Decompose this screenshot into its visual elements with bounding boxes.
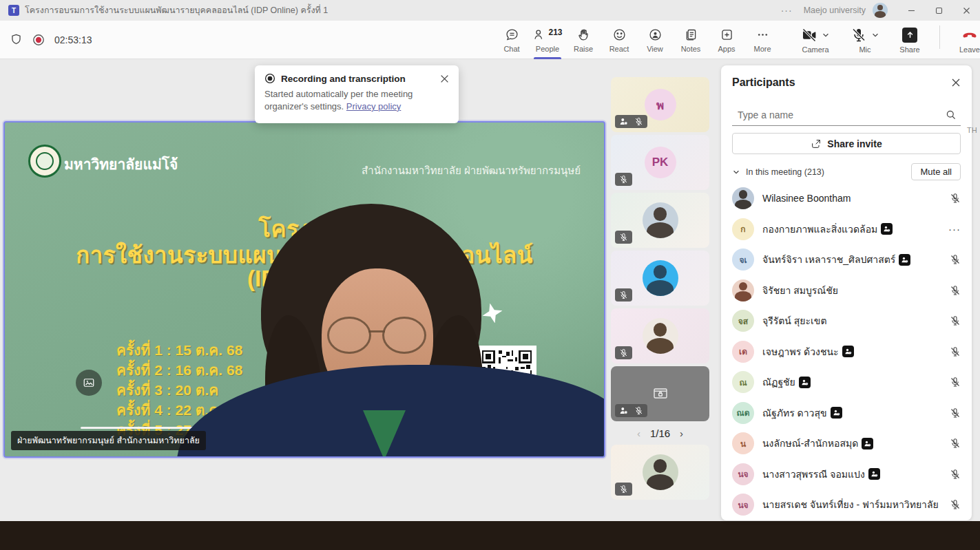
windows-taskbar: 5 Search T 1 [0,521,980,550]
video-tile[interactable]: ! [611,193,709,248]
camera-options-chevron-icon[interactable] [822,31,830,39]
react-button[interactable]: React [601,21,637,59]
section-chevron-icon[interactable] [732,168,740,176]
toast-close-icon[interactable] [440,74,449,83]
search-input[interactable] [738,109,946,120]
presenter-glasses-right [382,317,426,354]
toolbar-divider [939,25,940,49]
mic-options-chevron-icon[interactable] [871,31,879,39]
apps-button[interactable]: Apps [709,21,744,59]
participant-search[interactable] [732,104,961,126]
participant-row[interactable]: ณ ณัฏฐชัย ? [732,367,961,398]
meeting-timer: 02:53:13 [54,34,92,45]
external-guest-icon: ? [862,438,873,449]
apps-icon [720,28,734,42]
participant-initials-avatar: ก [732,218,754,240]
participant-name: กองกายภาพและสิ่งแวดล้อม ? [762,222,940,237]
section-label: In this meeting (213) [746,167,911,177]
external-guest-icon: ? [831,407,842,419]
participant-more-icon[interactable]: ··· [948,223,961,235]
window-title: โครงการอบรมการใช้งานระบบแผนพัฒนารายบุคคล… [25,3,328,17]
mute-all-button[interactable]: Mute all [911,163,961,180]
mic-off-icon [634,406,643,415]
maximize-button[interactable] [925,0,952,21]
leave-call-icon [961,27,979,43]
video-tile[interactable]: พ ! [611,77,709,132]
close-window-button[interactable] [952,0,980,21]
participant-row[interactable]: Wilasinee Boontham ? [732,183,961,214]
participant-name: นายสรเดช จันทร์เที่ยง - ฟาร์มมหาวิทยาลัย… [762,497,941,512]
video-tile[interactable]: PK ! [611,135,709,190]
user-avatar[interactable] [873,3,888,18]
participant-row[interactable]: นจ นางสาวสุพรรณี จอมแปง ? [732,459,961,490]
toast-title: Recording and transcription [281,74,435,84]
participant-row[interactable]: ณด ณัฐภัทร ดาวสุข ? [732,398,961,429]
slide-university-name: มหาวิทยาลัยแม่โจ้ [64,153,178,176]
recording-toast: Recording and transcription Started auto… [255,65,459,123]
chat-button[interactable]: Chat [494,21,530,59]
external-guest-icon: ? [899,254,910,266]
minimize-button[interactable] [897,0,925,21]
notes-button[interactable]: Notes [673,21,709,59]
svg-text:?: ? [888,229,890,232]
pager-next-icon[interactable]: › [680,427,683,439]
mic-off-icon [851,27,867,43]
window-titlebar: T โครงการอบรมการใช้งานระบบแผนพัฒนารายบุค… [0,0,980,21]
teams-app-icon: T [8,5,19,16]
teams-meeting-window: T โครงการอบรมการใช้งานระบบแผนพัฒนารายบุค… [0,0,980,550]
share-invite-button[interactable]: Share invite [732,133,961,154]
leave-button[interactable]: Leave [950,27,980,54]
participant-row[interactable]: น นงลักษณ์-สำนักหอสมุด ? [732,428,961,459]
tile-photo-avatar [643,318,678,354]
panel-close-icon[interactable] [951,78,961,87]
participant-name: จุรีรัตน์ สุยะเขต ? [762,313,941,328]
share-invite-icon [811,138,822,149]
participant-name: เจษฎาพร ด้วงชนะ ? [762,344,941,359]
titlebar-overflow-icon[interactable]: ··· [770,5,804,16]
minimize-icon [908,7,915,14]
mic-button[interactable]: Mic [840,27,890,54]
more-button[interactable]: More [744,21,780,59]
video-tile[interactable]: ! [611,251,709,306]
mic-off-icon [950,499,961,510]
participant-count: 213 [548,28,562,37]
search-icon [946,109,957,120]
participant-row[interactable]: นจ นายสรเดช จันทร์เที่ยง - ฟาร์มมหาวิทยา… [732,489,961,520]
person-status-icon: ! [619,117,628,126]
mic-off-icon [950,193,961,204]
session-schedule-item: ครั้งที่ 1 : 15 ต.ค. 68 [116,340,242,360]
video-tile[interactable] [611,445,709,500]
participant-list: Wilasinee Boontham ? ก [732,183,961,520]
tile-photo-avatar [643,260,678,296]
tile-status-badges [615,483,632,496]
mic-off-icon [950,377,961,388]
participants-panel: Participants Share invite In this meetin… [721,65,972,520]
raise-hand-button[interactable]: Raise [565,21,601,59]
participant-row[interactable]: จเ จันทร์จิรา เหลาราช_ศิลปศาสตร์ ? [732,244,961,275]
image-icon [83,377,95,389]
view-button[interactable]: View [637,21,673,59]
main-video-tile[interactable]: มหาวิทยาลัยแม่โจ้ สำนักงานมหาวิทยาลัย ฝ่… [3,121,605,458]
share-button[interactable]: Share [890,27,930,54]
participant-initials-avatar: เด [732,341,754,363]
video-tile[interactable]: ! [611,308,709,363]
svg-text:?: ? [869,444,870,447]
participant-row[interactable]: ก กองกายภาพและสิ่งแวดล้อม ? ··· [732,214,961,245]
tile-status-badges: ! [615,231,632,244]
slide-image-chip [76,370,102,396]
participant-row[interactable]: จส จุรีรัตน์ สุยะเขต ? [732,306,961,337]
participant-initials-avatar: นจ [732,463,754,485]
video-tile[interactable]: ! [611,366,709,421]
privacy-policy-link[interactable]: Privacy policy [346,101,401,112]
participant-name: ณัฏฐชัย ? [762,374,941,390]
participant-row[interactable]: จิรัชยา สมบูรณ์ชัย ? [732,275,961,306]
maximize-icon [935,7,943,14]
notes-icon [684,28,698,42]
mic-off-icon [619,485,628,494]
people-button[interactable]: 213 People [530,21,565,59]
participant-row[interactable]: เด เจษฎาพร ด้วงชนะ ? [732,337,961,368]
shield-icon [10,33,23,46]
camera-button[interactable]: Camera [791,27,840,54]
pager-prev-icon[interactable]: ‹ [637,427,640,439]
presenter-glasses-bridge [368,330,385,332]
